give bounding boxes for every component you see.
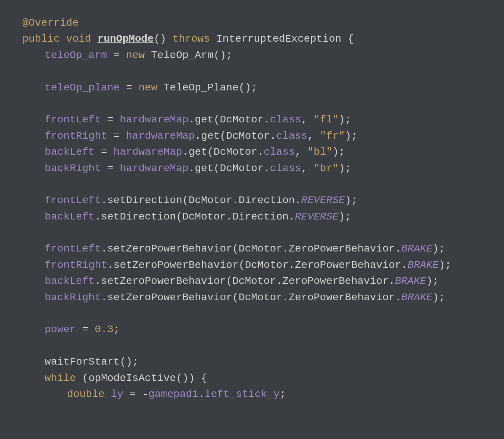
empty-2 — [22, 96, 482, 112]
code-viewer: @Override public void runOpMode() throws… — [22, 15, 482, 402]
method-get-4: get — [195, 163, 213, 174]
var-hardwaremap-4: hardwareMap — [120, 163, 189, 174]
exception-interruptedexception: InterruptedException — [216, 33, 341, 45]
class-dcmotor-2: DcMotor — [226, 130, 270, 142]
str-fr: "fr" — [320, 130, 345, 142]
line-frontleft-dir: frontLeft.setDirection(DcMotor.Direction… — [22, 192, 482, 208]
var-frontright-1: frontRight — [45, 130, 107, 142]
kw-double: double — [67, 388, 105, 400]
line-frontleft-zpb: frontLeft.setZeroPowerBehavior(DcMotor.Z… — [22, 241, 482, 257]
var-ly: ly — [111, 388, 124, 400]
class-zpb-2: ZeroPowerBehavior — [295, 259, 401, 271]
kw-while: while — [45, 372, 76, 384]
line-backright-zpb: backRight.setZeroPowerBehavior(DcMotor.Z… — [22, 289, 482, 305]
method-setzpb-2: setZeroPowerBehavior — [114, 259, 239, 271]
var-backleft-3: backLeft — [45, 275, 95, 287]
var-frontright-2: frontRight — [45, 259, 107, 271]
line-backleft-zpb: backLeft.setZeroPowerBehavior(DcMotor.Ze… — [22, 273, 482, 289]
str-fl: "fl" — [314, 114, 339, 125]
kw-public: public — [22, 33, 60, 45]
class-teleop-arm: TeleOp_Arm — [151, 49, 214, 61]
var-hardwaremap-1: hardwareMap — [120, 114, 189, 125]
line-waitforstart: waitForStart(); — [22, 354, 482, 370]
var-power: power — [45, 324, 76, 335]
line-ly: double ly = -gamepad1.left_stick_y; — [22, 386, 482, 402]
line-frontright-zpb: frontRight.setZeroPowerBehavior(DcMotor.… — [22, 257, 482, 273]
class-direction-1: Direction — [239, 195, 295, 206]
var-class-1: class — [270, 114, 301, 125]
kw-new-2: new — [138, 82, 157, 93]
annotation-text: @Override — [22, 17, 79, 29]
var-backleft-1: backLeft — [45, 146, 95, 158]
kw-new-1: new — [126, 49, 144, 61]
str-br: "br" — [314, 163, 339, 174]
const-reverse-2: REVERSE — [295, 211, 339, 222]
line-frontright-get: frontRight = hardwareMap.get(DcMotor.cla… — [22, 128, 482, 144]
var-frontleft-3: frontLeft — [45, 243, 101, 254]
var-teleop-plane: teleOp_plane — [45, 82, 120, 93]
const-brake-1: BRAKE — [401, 243, 433, 254]
class-dcmotor-3: DcMotor — [214, 146, 258, 158]
var-class-4: class — [270, 163, 301, 174]
var-backleft-2: backLeft — [45, 211, 95, 222]
method-waitforstart: waitForStart — [45, 356, 120, 368]
method-setdirection-2: setDirection — [101, 211, 176, 222]
class-dcmotor-zpb-3: DcMotor — [232, 275, 276, 287]
method-setzpb-4: setZeroPowerBehavior — [107, 292, 232, 303]
var-frontleft-2: frontLeft — [45, 195, 101, 206]
var-hardwaremap-3: hardwareMap — [114, 146, 182, 158]
method-opmodeisactive: opModeIsActive — [89, 372, 176, 384]
method-setzpb-3: setZeroPowerBehavior — [101, 275, 226, 287]
line-frontleft-get: frontLeft = hardwareMap.get(DcMotor.clas… — [22, 112, 482, 128]
line-backright-get: backRight = hardwareMap.get(DcMotor.clas… — [22, 160, 482, 176]
var-gamepad1: gamepad1 — [148, 388, 198, 400]
class-teleop-plane: TeleOp_Plane — [163, 82, 239, 93]
line-annotation: @Override — [22, 15, 482, 31]
method-setzpb-1: setZeroPowerBehavior — [107, 243, 232, 254]
const-brake-3: BRAKE — [395, 275, 426, 287]
class-zpb-1: ZeroPowerBehavior — [288, 243, 395, 254]
line-while: while (opModeIsActive()) { — [22, 370, 482, 386]
const-brake-2: BRAKE — [408, 259, 439, 271]
line-power: power = 0.3; — [22, 321, 482, 337]
method-get-2: get — [201, 130, 220, 142]
kw-void: void — [66, 33, 91, 45]
const-brake-4: BRAKE — [401, 292, 433, 303]
line-backleft-dir: backLeft.setDirection(DcMotor.Direction.… — [22, 209, 482, 225]
line-teleop-plane: teleOp_plane = new TeleOp_Plane(); — [22, 80, 482, 96]
empty-1 — [22, 63, 482, 79]
kw-throws: throws — [172, 33, 210, 45]
class-dcmotor-dir-1: DcMotor — [189, 195, 233, 206]
str-bl: "bl" — [307, 146, 332, 158]
const-reverse-1: REVERSE — [301, 195, 345, 206]
class-dcmotor-4: DcMotor — [220, 163, 264, 174]
line-method-sig: public void runOpMode() throws Interrupt… — [22, 31, 482, 47]
class-dcmotor-zpb-2: DcMotor — [245, 259, 289, 271]
class-dcmotor-zpb-4: DcMotor — [239, 292, 283, 303]
class-dcmotor-zpb-1: DcMotor — [239, 243, 283, 254]
empty-5 — [22, 305, 482, 321]
class-dcmotor-1: DcMotor — [220, 114, 264, 125]
var-left-stick-y: left_stick_y — [205, 388, 280, 400]
var-class-2: class — [276, 130, 307, 142]
empty-3 — [22, 176, 482, 192]
var-frontleft-1: frontLeft — [45, 114, 101, 125]
class-dcmotor-dir-2: DcMotor — [182, 211, 226, 222]
method-get-3: get — [189, 146, 207, 158]
var-teleop-arm: teleOp_arm — [45, 49, 107, 61]
line-teleop-arm: teleOp_arm = new TeleOp_Arm(); — [22, 47, 482, 63]
method-setdirection-1: setDirection — [107, 195, 182, 206]
line-backleft-get: backLeft = hardwareMap.get(DcMotor.class… — [22, 144, 482, 160]
method-runopmode: runOpMode — [98, 33, 154, 45]
method-get-1: get — [195, 114, 213, 125]
num-power: 0.3 — [95, 324, 113, 335]
var-class-3: class — [264, 146, 295, 158]
var-backright-2: backRight — [45, 292, 101, 303]
class-zpb-3: ZeroPowerBehavior — [283, 275, 389, 287]
class-direction-2: Direction — [232, 211, 288, 222]
empty-4 — [22, 225, 482, 241]
var-backright-1: backRight — [45, 163, 101, 174]
var-hardwaremap-2: hardwareMap — [126, 130, 195, 142]
class-zpb-4: ZeroPowerBehavior — [288, 292, 395, 303]
empty-6 — [22, 338, 482, 354]
